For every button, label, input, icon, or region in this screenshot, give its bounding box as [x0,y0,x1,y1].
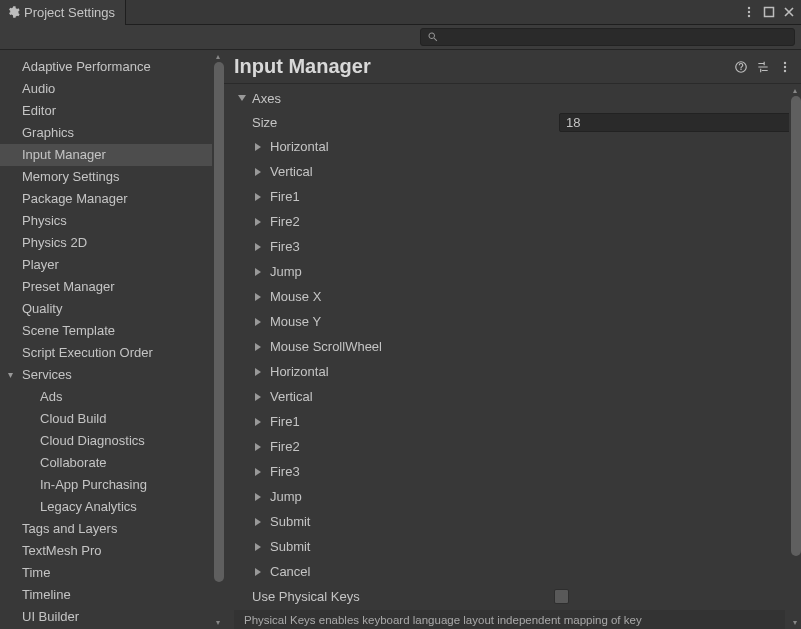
sidebar-item-label: TextMesh Pro [22,543,101,558]
help-icon[interactable] [733,59,749,75]
sidebar-scrollbar[interactable]: ▴ ▾ [212,50,224,629]
settings-panel: Input Manager Axes Size HorizontalVertic… [224,50,801,629]
axis-foldout[interactable]: Fire2 [230,434,797,459]
sidebar-item-label: Package Manager [22,191,128,206]
scroll-down-icon[interactable]: ▾ [789,618,801,627]
panel-header: Input Manager [224,50,801,84]
kebab-menu-icon[interactable] [777,59,793,75]
axis-foldout[interactable]: Fire1 [230,409,797,434]
axis-foldout[interactable]: Submit [230,509,797,534]
chevron-right-icon [252,493,264,501]
axis-label: Fire2 [268,439,300,454]
axes-foldout[interactable]: Axes [230,86,797,110]
chevron-right-icon [252,518,264,526]
sidebar-item-graphics[interactable]: Graphics [0,122,212,144]
sidebar-item-collaborate[interactable]: Collaborate [0,452,212,474]
sidebar-item-audio[interactable]: Audio [0,78,212,100]
chevron-right-icon [252,218,264,226]
axis-foldout[interactable]: Jump [230,259,797,284]
main-scrollbar[interactable]: ▴ ▾ [789,84,801,629]
sidebar-item-script-execution-order[interactable]: Script Execution Order [0,342,212,364]
axis-foldout[interactable]: Mouse X [230,284,797,309]
chevron-right-icon [252,268,264,276]
axis-foldout[interactable]: Vertical [230,159,797,184]
sidebar-item-ui-builder[interactable]: UI Builder [0,606,212,628]
axis-label: Mouse Y [268,314,321,329]
scroll-up-icon[interactable]: ▴ [789,86,801,95]
sidebar-item-label: Legacy Analytics [40,499,137,514]
axis-foldout[interactable]: Fire2 [230,209,797,234]
preset-icon[interactable] [755,59,771,75]
axis-foldout[interactable]: Horizontal [230,359,797,384]
sidebar-item-editor[interactable]: Editor [0,100,212,122]
sidebar-item-scene-template[interactable]: Scene Template [0,320,212,342]
project-settings-tab[interactable]: Project Settings [0,0,126,25]
sidebar-item-player[interactable]: Player [0,254,212,276]
svg-rect-3 [765,8,774,17]
sidebar-item-time[interactable]: Time [0,562,212,584]
size-label: Size [252,115,538,130]
use-physical-keys-checkbox[interactable] [554,589,569,604]
sidebar-item-label: UI Builder [22,609,79,624]
axis-foldout[interactable]: Jump [230,484,797,509]
chevron-right-icon [252,143,264,151]
sidebar-item-tags-and-layers[interactable]: Tags and Layers [0,518,212,540]
sidebar-item-textmesh-pro[interactable]: TextMesh Pro [0,540,212,562]
gear-icon [6,5,20,19]
sidebar-item-physics[interactable]: Physics [0,210,212,232]
chevron-right-icon [252,168,264,176]
sidebar-item-label: Timeline [22,587,71,602]
sidebar-item-services[interactable]: Services [0,364,212,386]
axis-label: Fire2 [268,214,300,229]
axis-label: Submit [268,514,310,529]
axis-label: Mouse ScrollWheel [268,339,382,354]
size-input[interactable] [559,113,791,132]
chevron-right-icon [252,543,264,551]
chevron-right-icon [252,343,264,351]
sidebar-item-cloud-diagnostics[interactable]: Cloud Diagnostics [0,430,212,452]
search-icon [427,31,439,43]
sidebar-item-memory-settings[interactable]: Memory Settings [0,166,212,188]
axis-foldout[interactable]: Fire3 [230,234,797,259]
sidebar-item-adaptive-performance[interactable]: Adaptive Performance [0,56,212,78]
chevron-right-icon [252,243,264,251]
sidebar-item-label: Input Manager [22,147,106,162]
sidebar-item-label: Graphics [22,125,74,140]
chevron-right-icon [252,393,264,401]
close-icon[interactable] [781,4,797,20]
search-input[interactable] [420,28,795,46]
sidebar-item-timeline[interactable]: Timeline [0,584,212,606]
axis-foldout[interactable]: Cancel [230,559,797,584]
sidebar-item-legacy-analytics[interactable]: Legacy Analytics [0,496,212,518]
chevron-right-icon [252,368,264,376]
axis-foldout[interactable]: Submit [230,534,797,559]
kebab-menu-icon[interactable] [741,4,757,20]
svg-point-7 [784,69,786,71]
axis-foldout[interactable]: Vertical [230,384,797,409]
scroll-down-icon[interactable]: ▾ [212,618,224,627]
sidebar-item-label: Player [22,257,59,272]
sidebar-item-cloud-build[interactable]: Cloud Build [0,408,212,430]
sidebar-item-preset-manager[interactable]: Preset Manager [0,276,212,298]
window-titlebar: Project Settings [0,0,801,25]
axis-foldout[interactable]: Fire1 [230,184,797,209]
sidebar-item-input-manager[interactable]: Input Manager [0,144,212,166]
panel-title: Input Manager [234,55,371,78]
maximize-icon[interactable] [761,4,777,20]
sidebar-item-package-manager[interactable]: Package Manager [0,188,212,210]
scroll-up-icon[interactable]: ▴ [212,52,224,61]
axes-label: Axes [252,91,281,106]
sidebar-item-ads[interactable]: Ads [0,386,212,408]
axis-label: Vertical [268,389,313,404]
axis-foldout[interactable]: Mouse Y [230,309,797,334]
sidebar-item-in-app-purchasing[interactable]: In-App Purchasing [0,474,212,496]
chevron-right-icon [252,418,264,426]
axis-label: Fire3 [268,464,300,479]
axis-foldout[interactable]: Horizontal [230,134,797,159]
sidebar-item-label: Time [22,565,50,580]
axis-foldout[interactable]: Mouse ScrollWheel [230,334,797,359]
sidebar-item-physics-2d[interactable]: Physics 2D [0,232,212,254]
svg-point-6 [784,65,786,67]
axis-foldout[interactable]: Fire3 [230,459,797,484]
sidebar-item-quality[interactable]: Quality [0,298,212,320]
